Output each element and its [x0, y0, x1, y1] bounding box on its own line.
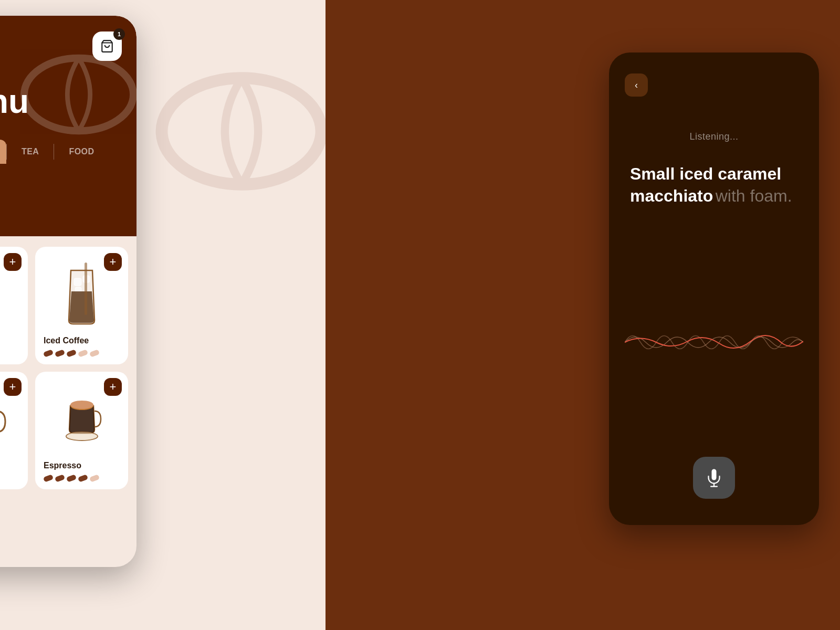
cart-button[interactable]: 1 [92, 32, 122, 61]
iced-latte-name: Iced Latte [0, 461, 19, 470]
menu-card-iced-latte: + Iced Latte [0, 372, 28, 489]
add-affogato-button[interactable]: + [4, 253, 22, 271]
tab-bar: COFFEE TEA FOOD [0, 140, 122, 164]
affogato-cup-svg [0, 265, 1, 323]
mic-icon [705, 468, 723, 487]
iced-coffee-rating [44, 351, 120, 356]
phone-voice-card: ‹ Listening... Small iced caramel macchi… [609, 52, 819, 525]
dot-1 [43, 474, 54, 482]
phone-menu-card: bean 1 Menu COFFEE [0, 16, 136, 567]
menu-card-espresso: + Espress [35, 372, 128, 489]
add-iced-latte-button[interactable]: + [4, 378, 22, 396]
dot-4 [78, 349, 88, 358]
cart-icon [100, 39, 114, 53]
menu-grid: + Affogato [0, 236, 136, 500]
waveform-svg [625, 321, 803, 363]
voice-light-text: with foam. [716, 186, 792, 205]
listening-status: Listening... [689, 131, 738, 142]
svg-point-1 [24, 58, 133, 131]
svg-rect-7 [74, 278, 81, 286]
tab-coffee[interactable]: COFFEE [0, 140, 6, 164]
dot-1 [43, 349, 54, 358]
voice-message: Small iced caramel macchiato with foam. [625, 163, 803, 207]
dot-3 [66, 349, 77, 358]
espresso-rating [44, 476, 120, 481]
mic-button[interactable] [693, 457, 735, 499]
dot-5 [89, 349, 100, 358]
waveform [625, 228, 803, 457]
right-panel: ‹ Listening... Small iced caramel macchi… [326, 0, 840, 630]
left-panel: bean 1 Menu COFFEE [0, 0, 326, 630]
cart-badge: 1 [113, 28, 125, 40]
dot-2 [55, 349, 65, 358]
menu-card-affogato: + Affogato [0, 247, 28, 364]
tab-tea[interactable]: TEA [7, 140, 54, 164]
espresso-cup-svg [61, 395, 103, 443]
svg-point-16 [66, 432, 98, 440]
dot-4 [78, 474, 88, 482]
iced-latte-rating [0, 476, 19, 481]
add-espresso-button[interactable]: + [104, 378, 122, 396]
bean-watermark [142, 32, 326, 231]
espresso-name: Espresso [44, 461, 120, 470]
affogato-name: Affogato [0, 336, 19, 345]
iced-coffee-name: Iced Coffee [44, 336, 120, 345]
affogato-rating [0, 351, 19, 356]
svg-point-14 [70, 401, 93, 409]
svg-point-0 [162, 78, 321, 185]
dot-2 [55, 474, 65, 482]
dot-3 [66, 474, 77, 482]
mug-cup-svg [0, 393, 8, 445]
menu-card-iced-coffee: + Iced Co [35, 247, 128, 364]
add-iced-coffee-button[interactable]: + [104, 253, 122, 271]
tab-food[interactable]: FOOD [54, 140, 109, 164]
back-button[interactable]: ‹ [625, 74, 648, 97]
iced-coffee-cup-svg [65, 260, 99, 328]
dot-5 [89, 474, 100, 482]
svg-rect-10 [85, 262, 87, 315]
